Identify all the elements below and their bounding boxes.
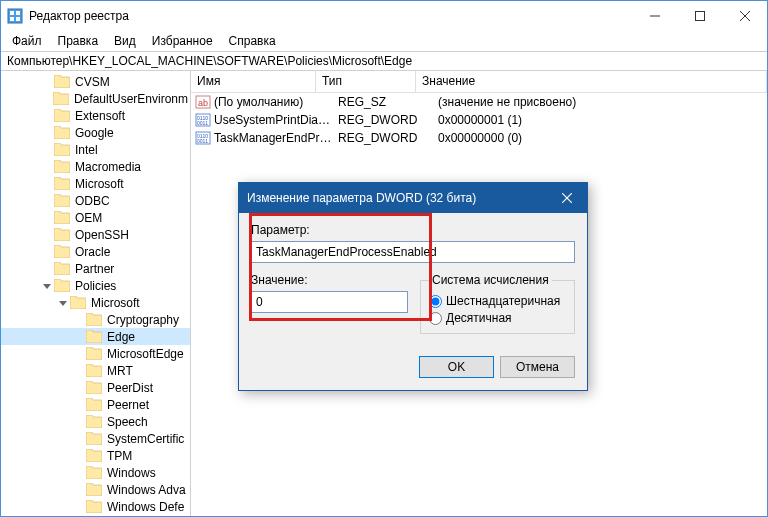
expand-icon[interactable] (73, 314, 85, 326)
tree-item[interactable]: SystemCertific (1, 430, 190, 447)
address-bar[interactable]: Компьютер\HKEY_LOCAL_MACHINE\SOFTWARE\Po… (1, 51, 767, 71)
menu-view[interactable]: Вид (107, 32, 143, 50)
tree-item[interactable]: ODBC (1, 192, 190, 209)
tree-item[interactable]: Google (1, 124, 190, 141)
radix-dec-radio[interactable] (429, 312, 442, 325)
expand-icon[interactable] (73, 416, 85, 428)
row-name: TaskManagerEndProc... (214, 131, 332, 145)
tree-item[interactable]: Windows (1, 464, 190, 481)
radix-hex-row[interactable]: Шестнадцатеричная (429, 294, 566, 308)
expand-icon[interactable] (73, 399, 85, 411)
menu-help[interactable]: Справка (222, 32, 283, 50)
svg-text:0011: 0011 (197, 138, 208, 144)
tree-item[interactable]: Intel (1, 141, 190, 158)
row-name: UseSystemPrintDialog (214, 113, 332, 127)
expand-icon[interactable] (73, 450, 85, 462)
tree-label: Partner (73, 262, 116, 276)
tree-item[interactable]: Oracle (1, 243, 190, 260)
tree-item[interactable]: Speech (1, 413, 190, 430)
tree-label: Intel (73, 143, 100, 157)
ok-button[interactable]: OK (419, 356, 494, 378)
menubar: Файл Правка Вид Избранное Справка (1, 31, 767, 51)
expand-icon[interactable] (41, 144, 53, 156)
maximize-button[interactable] (677, 1, 722, 31)
expand-icon[interactable] (41, 246, 53, 258)
param-name-input[interactable] (251, 241, 575, 263)
menu-edit[interactable]: Правка (51, 32, 106, 50)
expand-icon[interactable] (41, 76, 53, 88)
tree-item[interactable]: Edge (1, 328, 190, 345)
expand-icon[interactable] (41, 178, 53, 190)
tree-item[interactable]: Windows Defe (1, 498, 190, 515)
tree-pane[interactable]: CVSMDefaultUserEnvironmExtensoftGoogleIn… (1, 71, 191, 516)
tree-item[interactable]: Peernet (1, 396, 190, 413)
tree-label: PeerDist (105, 381, 155, 395)
tree-label: Cryptography (105, 313, 181, 327)
list-row[interactable]: 01100011UseSystemPrintDialogREG_DWORD0x0… (191, 111, 767, 129)
expand-icon[interactable] (73, 382, 85, 394)
tree-item[interactable]: CVSM (1, 73, 190, 90)
cancel-button[interactable]: Отмена (500, 356, 575, 378)
tree-item[interactable]: OEM (1, 209, 190, 226)
tree-label: Microsoft (89, 296, 142, 310)
row-data: 0x00000001 (1) (432, 113, 767, 127)
tree-item[interactable]: DefaultUserEnvironm (1, 90, 190, 107)
tree-item[interactable]: TPM (1, 447, 190, 464)
expand-icon[interactable] (73, 484, 85, 496)
tree-item[interactable]: OpenSSH (1, 226, 190, 243)
tree-item[interactable]: Microsoft (1, 175, 190, 192)
expand-icon[interactable] (41, 212, 53, 224)
value-label: Значение: (251, 273, 408, 287)
tree-item[interactable]: Microsoft (1, 294, 190, 311)
col-name[interactable]: Имя (191, 71, 316, 92)
expand-icon[interactable] (41, 263, 53, 275)
radix-hex-radio[interactable] (429, 295, 442, 308)
tree-item[interactable]: PeerDist (1, 379, 190, 396)
menu-file[interactable]: Файл (5, 32, 49, 50)
expand-icon[interactable] (41, 195, 53, 207)
col-type[interactable]: Тип (316, 71, 416, 92)
expand-icon[interactable] (41, 110, 53, 122)
expand-icon[interactable] (73, 365, 85, 377)
edit-dword-dialog: Изменение параметра DWORD (32 бита) Пара… (238, 182, 588, 391)
list-row[interactable]: ab(По умолчанию)REG_SZ(значение не присв… (191, 93, 767, 111)
tree-item[interactable]: MRT (1, 362, 190, 379)
tree-item[interactable]: MicrosoftEdge (1, 345, 190, 362)
expand-icon[interactable] (41, 161, 53, 173)
tree-label: SystemCertific (105, 432, 186, 446)
dialog-close-button[interactable] (547, 183, 587, 213)
tree-label: Microsoft (73, 177, 126, 191)
tree-item[interactable]: Windows Adva (1, 481, 190, 498)
tree-label: Windows Defe (105, 500, 186, 514)
minimize-button[interactable] (632, 1, 677, 31)
menu-favorites[interactable]: Избранное (145, 32, 220, 50)
expand-icon[interactable] (73, 501, 85, 513)
tree-item[interactable]: Policies (1, 277, 190, 294)
tree-label: Windows Adva (105, 483, 188, 497)
expand-icon[interactable] (73, 348, 85, 360)
tree-item[interactable]: Windows Defe (1, 515, 190, 516)
tree-item[interactable]: Partner (1, 260, 190, 277)
row-data: (значение не присвоено) (432, 95, 767, 109)
tree-item[interactable]: Cryptography (1, 311, 190, 328)
row-type: REG_DWORD (332, 113, 432, 127)
col-data[interactable]: Значение (416, 71, 767, 92)
close-button[interactable] (722, 1, 767, 31)
expand-icon[interactable] (41, 229, 53, 241)
expand-icon[interactable] (41, 93, 52, 105)
list-row[interactable]: 01100011TaskManagerEndProc...REG_DWORD0x… (191, 129, 767, 147)
tree-item[interactable]: Extensoft (1, 107, 190, 124)
tree-label: OpenSSH (73, 228, 131, 242)
expand-icon[interactable] (57, 297, 69, 309)
radix-dec-row[interactable]: Десятичная (429, 311, 566, 325)
tree-label: ODBC (73, 194, 112, 208)
tree-label: MRT (105, 364, 135, 378)
tree-item[interactable]: Macromedia (1, 158, 190, 175)
expand-icon[interactable] (41, 127, 53, 139)
expand-icon[interactable] (73, 467, 85, 479)
expand-icon[interactable] (41, 280, 53, 292)
value-input[interactable] (251, 291, 408, 313)
expand-icon[interactable] (73, 331, 85, 343)
dialog-titlebar[interactable]: Изменение параметра DWORD (32 бита) (239, 183, 587, 213)
expand-icon[interactable] (73, 433, 85, 445)
